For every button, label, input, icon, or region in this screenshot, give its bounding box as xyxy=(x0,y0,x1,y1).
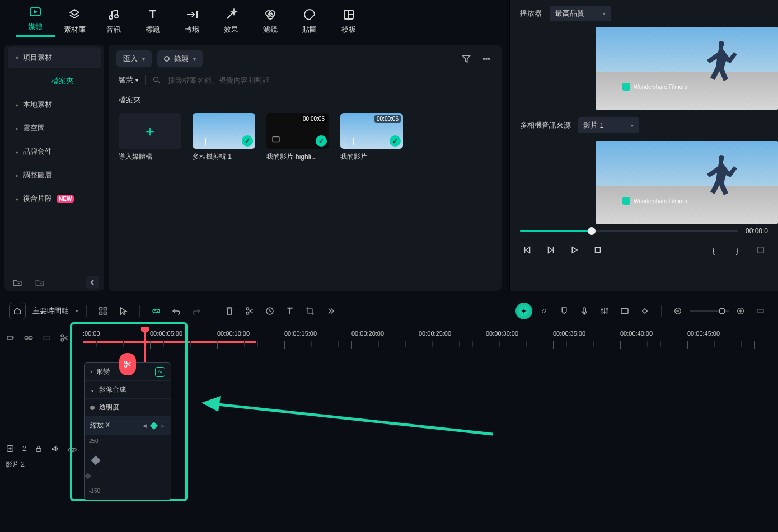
sidebar-item-brand[interactable]: ▸品牌套件 xyxy=(8,141,101,162)
import-thumb[interactable]: ＋ xyxy=(119,113,181,149)
lock-button[interactable] xyxy=(34,444,43,453)
sidebar-item-cloud[interactable]: ▸雲空間 xyxy=(8,117,101,139)
speed-button[interactable] xyxy=(261,303,278,319)
settings-icon[interactable] xyxy=(753,243,768,257)
undo-button[interactable] xyxy=(168,303,185,319)
mute-button[interactable] xyxy=(51,444,60,453)
kf-row-compose[interactable]: ⌄ 影像合成 xyxy=(85,381,171,399)
keyframe-point[interactable] xyxy=(91,456,101,465)
collapse-sidebar-button[interactable] xyxy=(86,276,99,289)
multicam-icon xyxy=(196,138,206,145)
import-button[interactable]: 匯入▾ xyxy=(116,50,152,67)
easing-curve-button[interactable]: ∿ xyxy=(155,367,165,377)
check-icon: ✓ xyxy=(390,135,401,147)
kf-row-opacity[interactable]: 透明度 xyxy=(85,399,171,417)
sparkle-button[interactable] xyxy=(536,303,552,319)
tab-template[interactable]: 模板 xyxy=(329,8,368,35)
split-scissor-button[interactable] xyxy=(119,353,136,375)
split-button[interactable] xyxy=(241,303,258,319)
smart-dropdown[interactable]: 智慧▾ xyxy=(119,75,138,85)
media-item-myvideo[interactable]: 00:00:06 ✓ 我的影片 xyxy=(340,113,403,162)
sidebar-item-folder[interactable]: 檔案夾 xyxy=(8,70,101,92)
more-icon[interactable]: ••• xyxy=(479,51,494,66)
tab-stock[interactable]: 素材庫 xyxy=(55,8,94,35)
sidebar-item-local[interactable]: ▸本地素材 xyxy=(8,94,101,115)
play-step-button[interactable] xyxy=(543,243,558,257)
sidebar-item-compound[interactable]: ▸復合片段NEW xyxy=(8,188,101,209)
remove-folder-icon[interactable] xyxy=(32,275,47,290)
prev-keyframe-button[interactable]: ◀ xyxy=(143,423,147,429)
cut-track-button[interactable] xyxy=(59,333,69,343)
voiceover-button[interactable] xyxy=(576,303,593,319)
tab-transition[interactable]: 轉場 xyxy=(172,8,212,35)
marker-button[interactable] xyxy=(556,303,573,319)
stop-button[interactable] xyxy=(590,243,605,257)
keyframe-point[interactable] xyxy=(85,473,91,479)
media-item-label: 導入媒體檔 xyxy=(119,152,181,162)
sidebar-item-adjust[interactable]: ▸調整圖層 xyxy=(8,164,101,186)
prev-frame-button[interactable] xyxy=(520,243,535,257)
zoom-knob[interactable] xyxy=(719,308,725,314)
preview-2[interactable]: Wondershare Filmora xyxy=(596,141,778,224)
progress-bar[interactable]: 00:00:0 xyxy=(520,227,768,235)
add-track-button[interactable] xyxy=(6,333,16,343)
keyframe-graph[interactable]: 250 -150 xyxy=(85,435,171,496)
media-item-multicam[interactable]: ✓ 多相機剪輯 1 xyxy=(193,113,255,162)
zoom-fit-button[interactable] xyxy=(752,303,769,319)
search-input[interactable] xyxy=(168,76,491,84)
tab-media[interactable]: 媒體 xyxy=(16,5,55,37)
media-thumb[interactable]: 00:00:06 ✓ xyxy=(340,113,403,149)
home-button[interactable] xyxy=(9,303,26,319)
kf-row-scalex[interactable]: 縮放 X ◀ ▶ xyxy=(85,417,171,435)
tab-audio[interactable]: 音訊 xyxy=(94,8,133,35)
mark-out-button[interactable]: } xyxy=(730,243,744,257)
link-toggle[interactable] xyxy=(148,303,165,319)
ai-button[interactable]: ✦ xyxy=(515,303,532,319)
media-thumb[interactable]: ✓ xyxy=(193,113,255,149)
quality-dropdown[interactable]: 最高品質▾ xyxy=(550,6,611,21)
record-button[interactable]: 錄製▾ xyxy=(157,50,203,67)
audio-source-dropdown[interactable]: 影片 1▾ xyxy=(578,117,639,133)
chevron-down-icon[interactable]: ▾ xyxy=(76,308,78,314)
mark-in-button[interactable]: { xyxy=(706,243,721,257)
new-folder-icon[interactable] xyxy=(10,275,25,290)
cursor-icon[interactable] xyxy=(115,303,132,319)
zoom-out-button[interactable] xyxy=(669,303,686,319)
mixer-button[interactable] xyxy=(596,303,613,319)
text-button[interactable] xyxy=(282,303,298,319)
progress-knob[interactable] xyxy=(588,227,596,235)
link-tracks-button[interactable] xyxy=(24,333,34,343)
media-item-import[interactable]: ＋ 導入媒體檔 xyxy=(119,113,181,162)
chevron-right-icon: › xyxy=(90,369,92,375)
tab-title[interactable]: 標題 xyxy=(133,8,172,35)
track-plus-button[interactable] xyxy=(6,444,15,453)
more-tools-button[interactable] xyxy=(322,303,339,319)
tab-filter[interactable]: 濾鏡 xyxy=(251,8,290,35)
crop-button[interactable] xyxy=(302,303,318,319)
redo-button[interactable] xyxy=(188,303,205,319)
timeline-ruler[interactable]: :00:0000:00:05:0000:00:10:0000:00:15:000… xyxy=(83,330,778,352)
delete-button[interactable] xyxy=(221,303,238,319)
media-thumb[interactable]: 00:00:05 ✓ xyxy=(266,113,329,149)
logo-icon xyxy=(622,83,630,91)
play-button[interactable] xyxy=(567,243,582,257)
grid-icon[interactable] xyxy=(95,303,111,319)
chevron-down-icon: ⌄ xyxy=(90,387,95,393)
sidebar-item-project[interactable]: ▾項目素材 xyxy=(8,47,101,68)
filter-icon[interactable] xyxy=(459,51,474,66)
eye-button[interactable] xyxy=(67,445,77,455)
zoom-slider[interactable] xyxy=(690,310,729,312)
zoom-in-button[interactable] xyxy=(732,303,749,319)
transition-icon xyxy=(185,8,199,21)
progress-track[interactable] xyxy=(520,230,738,232)
timeline-name[interactable]: 主要時間軸 xyxy=(29,306,72,316)
tab-sticker[interactable]: 貼圖 xyxy=(290,8,329,35)
render-button[interactable] xyxy=(616,303,633,319)
keyframe-button[interactable] xyxy=(636,303,653,319)
preview-1[interactable]: Wondershare Filmora xyxy=(596,27,778,110)
media-item-highlight[interactable]: 00:00:05 ✓ 我的影片-highli... xyxy=(266,113,329,162)
effect-icon xyxy=(224,8,238,21)
tab-effect[interactable]: 效果 xyxy=(212,8,251,35)
next-keyframe-button[interactable]: ▶ xyxy=(161,423,165,429)
add-keyframe-button[interactable] xyxy=(150,421,158,429)
